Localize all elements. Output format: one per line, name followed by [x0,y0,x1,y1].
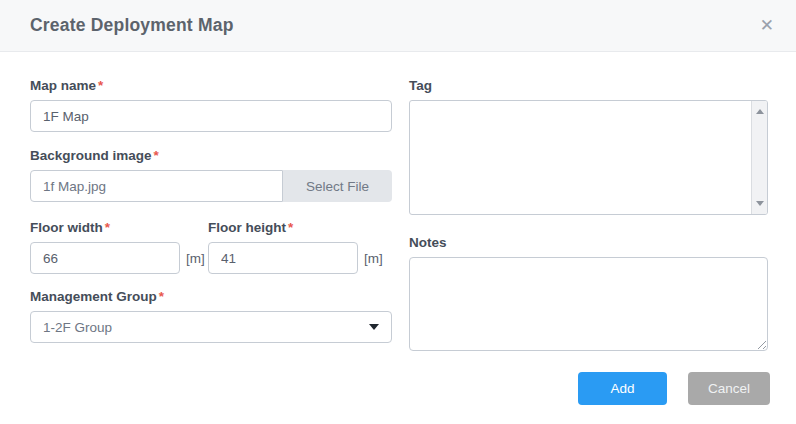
management-group-selected-value: 1-2F Group [43,320,112,335]
dialog-header: Create Deployment Map ✕ [0,0,796,52]
notes-field-wrap [409,257,768,351]
map-name-label-text: Map name [30,78,96,93]
required-asterisk: * [159,289,164,304]
dialog-actions: Add Cancel [578,372,770,405]
floor-width-input[interactable] [30,242,180,274]
floor-dimensions-row: Floor width* [m] Floor height* [m] [30,220,392,274]
floor-height-label-text: Floor height [208,220,286,235]
map-name-label: Map name* [30,78,392,93]
notes-label: Notes [409,235,768,250]
required-asterisk: * [105,220,110,235]
required-asterisk: * [98,78,103,93]
tag-scrollbar[interactable] [751,101,767,214]
management-group-label: Management Group* [30,289,392,304]
required-asterisk: * [288,220,293,235]
floor-height-input[interactable] [208,242,358,274]
floor-height-label: Floor height* [208,220,383,235]
cancel-button[interactable]: Cancel [688,372,770,405]
notes-label-text: Notes [409,235,447,250]
form-right-column: Tag Notes [409,78,768,351]
floor-width-unit: [m] [186,251,205,266]
required-asterisk: * [154,148,159,163]
close-icon[interactable]: ✕ [760,17,774,34]
tag-label: Tag [409,78,768,93]
add-button[interactable]: Add [578,372,667,405]
background-image-input[interactable] [30,170,283,202]
notes-textarea[interactable] [409,257,768,351]
dialog-title: Create Deployment Map [30,15,234,36]
background-image-row: Select File [30,170,392,202]
form-left-column: Map name* Background image* Select File … [30,78,392,343]
floor-width-label-text: Floor width [30,220,103,235]
floor-height-input-unit: [m] [208,242,383,274]
scroll-up-icon[interactable] [756,109,764,114]
floor-height-group: Floor height* [m] [208,220,383,274]
chevron-down-icon [369,324,379,330]
tag-input[interactable] [409,100,768,215]
management-group-label-text: Management Group [30,289,157,304]
floor-width-group: Floor width* [m] [30,220,208,274]
floor-height-unit: [m] [364,251,383,266]
floor-width-label: Floor width* [30,220,208,235]
background-image-label: Background image* [30,148,392,163]
floor-width-input-unit: [m] [30,242,208,274]
select-file-button[interactable]: Select File [283,170,392,202]
background-image-label-text: Background image [30,148,152,163]
management-group-select[interactable]: 1-2F Group [30,311,392,343]
create-deployment-map-dialog: Create Deployment Map ✕ Map name* Backgr… [0,0,796,424]
scroll-down-icon[interactable] [756,201,764,206]
tag-label-text: Tag [409,78,432,93]
map-name-input[interactable] [30,100,392,132]
